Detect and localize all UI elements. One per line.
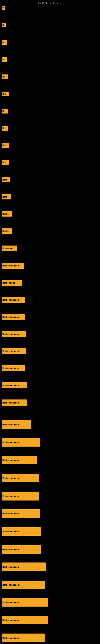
bar-item-21: Bottleneck result <box>1 348 26 354</box>
bar-label-19: Bottleneck result <box>1 314 25 320</box>
bar-item-4: Bo <box>1 57 7 62</box>
bar-label-32: Bottleneck result <box>1 546 41 554</box>
bar-item-26: Bottleneck result <box>1 438 40 446</box>
bar-label-24: Bottleneck result <box>1 400 27 406</box>
bar-label-20: Bottleneck result <box>1 331 26 337</box>
bar-item-36: Bottleneck result <box>1 616 48 624</box>
bar-item-3: Bo <box>1 40 7 45</box>
bar-item-23: Bottleneck result <box>1 382 27 388</box>
bar-label-35: Bottleneck result <box>1 598 48 606</box>
bar-label-37: Bottleneck result <box>1 634 45 642</box>
bar-label-12: Bottle <box>1 194 11 200</box>
bar-label-30: Bottleneck result <box>1 509 40 518</box>
bar-label-14: Bottle <box>1 228 12 234</box>
bar-item-24: Bottleneck result <box>1 400 27 406</box>
bar-label-7: Bo <box>1 109 8 114</box>
bar-label-11: Bott <box>1 177 10 182</box>
bar-label-13: Bottle <box>1 211 12 216</box>
bar-item-32: Bottleneck result <box>1 546 41 554</box>
bar-label-9: Bott <box>1 143 9 148</box>
bar-label-17: Bottleneck r <box>1 280 22 286</box>
site-title: TheBottlenecker.com <box>38 2 62 5</box>
bar-label-27: Bottleneck result <box>1 456 37 464</box>
bar-label-4: Bo <box>1 57 7 62</box>
bar-item-5: Bo <box>1 74 8 79</box>
bar-item-1: B <box>1 6 5 10</box>
bar-item-18: Bottleneck result <box>1 297 25 303</box>
bar-label-10: Bott <box>1 160 9 165</box>
bar-label-18: Bottleneck result <box>1 297 25 303</box>
bar-item-17: Bottleneck r <box>1 280 22 286</box>
bar-item-31: Bottleneck result <box>1 527 41 536</box>
bar-label-5: Bo <box>1 74 8 79</box>
bar-item-13: Bottle <box>1 211 12 216</box>
bar-item-8: Bo <box>1 126 8 130</box>
bar-item-6: Bott <box>1 92 9 96</box>
bar-item-27: Bottleneck result <box>1 456 37 464</box>
bar-label-22: Bottleneck resu <box>1 365 25 371</box>
bar-label-1: B <box>1 6 5 10</box>
bar-label-21: Bottleneck result <box>1 348 26 354</box>
bar-label-25: Bottleneck result <box>1 420 31 429</box>
bar-item-22: Bottleneck resu <box>1 365 25 371</box>
bar-item-10: Bott <box>1 160 9 165</box>
bar-item-33: Bottleneck result <box>1 562 46 571</box>
bar-item-2: B <box>1 23 6 27</box>
bar-item-12: Bottle <box>1 194 11 200</box>
bar-item-35: Bottleneck result <box>1 598 48 606</box>
bar-label-36: Bottleneck result <box>1 616 48 624</box>
bar-label-3: Bo <box>1 40 7 45</box>
bar-label-8: Bo <box>1 126 8 130</box>
bar-item-11: Bott <box>1 177 10 182</box>
bar-item-25: Bottleneck result <box>1 420 31 429</box>
bar-item-19: Bottleneck result <box>1 314 25 320</box>
bar-item-34: Bottleneck result <box>1 580 45 589</box>
bar-label-26: Bottleneck result <box>1 438 40 446</box>
bar-item-30: Bottleneck result <box>1 509 40 518</box>
bar-item-37: Bottleneck result <box>1 634 45 642</box>
bar-item-7: Bo <box>1 109 8 114</box>
bar-label-23: Bottleneck result <box>1 382 27 388</box>
bar-item-28: Bottleneck result <box>1 474 39 482</box>
bar-label-28: Bottleneck result <box>1 474 39 482</box>
bar-item-9: Bott <box>1 143 9 148</box>
bar-label-6: Bott <box>1 92 9 96</box>
bar-label-33: Bottleneck result <box>1 562 46 571</box>
bar-label-34: Bottleneck result <box>1 580 45 589</box>
bar-item-16: Bottleneck resu <box>1 263 24 269</box>
bar-item-20: Bottleneck result <box>1 331 26 337</box>
bar-label-2: B <box>1 23 6 27</box>
bar-label-15: Bottleneck <box>1 246 17 251</box>
bar-label-29: Bottleneck result <box>1 492 39 500</box>
bar-item-29: Bottleneck result <box>1 492 39 500</box>
bar-item-15: Bottleneck <box>1 246 17 251</box>
bar-label-16: Bottleneck resu <box>1 263 24 269</box>
bar-label-31: Bottleneck result <box>1 527 41 536</box>
bar-item-14: Bottle <box>1 228 12 234</box>
